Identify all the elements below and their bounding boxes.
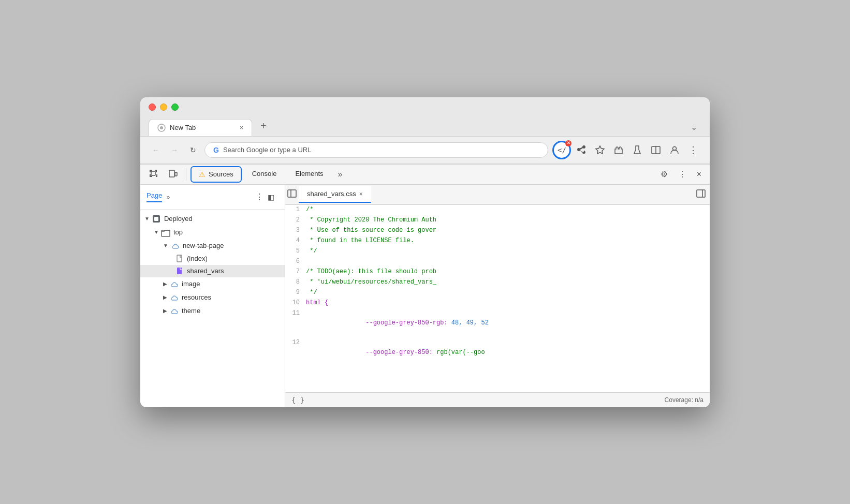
line-content-1: /* — [306, 205, 710, 215]
file-tree-header: Page » ⋮ ◧ — [140, 185, 285, 210]
svg-rect-7 — [169, 170, 174, 177]
editor-tab-shared-vars[interactable]: shared_vars.css × — [299, 186, 371, 203]
maximize-button[interactable] — [171, 103, 179, 111]
value-12: rgb(var(--goo — [436, 349, 485, 356]
error-badge: ✕ — [565, 140, 571, 146]
property-11: --google-grey-850-rgb: — [358, 319, 451, 327]
collapse-editor-icon[interactable] — [692, 185, 710, 204]
minimize-button[interactable] — [160, 103, 167, 111]
line-content-2: * Copyright 2020 The Chromium Auth — [306, 215, 710, 226]
warning-icon: ⚠ — [199, 170, 206, 179]
devtools-body: Page » ⋮ ◧ ▼ Deployed — [140, 185, 710, 407]
tree-arrow-resources: ▶ — [163, 294, 167, 300]
back-button[interactable]: ← — [149, 143, 163, 157]
svg-rect-12 — [177, 255, 182, 262]
line-num-10: 10 — [285, 298, 306, 308]
index-label: (index) — [187, 255, 208, 262]
tree-item-deployed[interactable]: ▼ Deployed — [140, 212, 285, 226]
chrome-icon — [157, 124, 166, 132]
tree-item-new-tab-page[interactable]: ▼ new-tab-page — [140, 239, 285, 253]
file-tree-more[interactable]: ⋮ — [255, 192, 263, 202]
refresh-button[interactable]: ↻ — [186, 143, 200, 157]
svg-text:</>: </> — [558, 146, 566, 154]
device-icon[interactable] — [164, 165, 182, 184]
address-text: Search Google or type a URL — [223, 146, 312, 154]
code-slash-icon: </> — [557, 145, 566, 155]
value-11: 48, 49, 52 — [451, 319, 489, 327]
svg-rect-8 — [175, 172, 177, 176]
sources-tab[interactable]: ⚠ Sources — [190, 166, 242, 183]
line-num-8: 8 — [285, 277, 306, 288]
split-view-button[interactable] — [648, 142, 664, 158]
share-button[interactable] — [573, 142, 590, 158]
svg-rect-14 — [288, 190, 296, 197]
more-options-icon[interactable]: ⋮ — [674, 165, 691, 183]
code-line-3: 3 * Use of this source code is gover — [285, 226, 710, 236]
line-content-5: */ — [306, 246, 710, 257]
forward-button[interactable]: → — [167, 143, 182, 157]
code-line-4: 4 * found in the LICENSE file. — [285, 236, 710, 246]
line-num-6: 6 — [285, 257, 306, 267]
line-num-1: 1 — [285, 205, 306, 215]
line-num-2: 2 — [285, 215, 306, 226]
page-tab[interactable]: Page — [146, 191, 162, 202]
browser-tab-new-tab[interactable]: New Tab × — [149, 119, 252, 136]
tree-item-resources[interactable]: ▶ resources — [140, 291, 285, 304]
devtools-toggle-button[interactable]: </> ✕ — [552, 141, 571, 159]
tree-item-shared-vars[interactable]: shared_vars — [140, 265, 285, 277]
editor-tab-close[interactable]: × — [359, 190, 363, 198]
code-editor-panel: shared_vars.css × 1 /* 2 * Copyright 202… — [285, 185, 710, 407]
line-content-8: * 'ui/webui/resources/shared_vars_ — [306, 277, 710, 288]
svg-rect-16 — [697, 190, 705, 197]
labs-button[interactable] — [629, 142, 646, 158]
toolbar-icons: </> ✕ ⋮ — [552, 141, 701, 159]
settings-icon[interactable]: ⚙ — [656, 165, 672, 183]
editor-sidebar-toggle[interactable] — [285, 187, 299, 202]
svg-rect-13 — [177, 268, 182, 274]
code-line-5: 5 */ — [285, 246, 710, 257]
tree-item-image[interactable]: ▶ image — [140, 277, 285, 291]
svg-rect-10 — [154, 217, 158, 221]
cloud-folder-icon — [170, 241, 180, 250]
more-devtools-tabs[interactable]: » — [334, 166, 347, 183]
cloud-folder-image-icon — [169, 279, 179, 289]
inspector-icon[interactable] — [144, 165, 162, 184]
close-button[interactable] — [149, 103, 156, 111]
tab-title: New Tab — [170, 124, 196, 131]
coverage-label: Coverage: n/a — [665, 396, 704, 404]
profile-button[interactable] — [666, 142, 683, 158]
code-line-8: 8 * 'ui/webui/resources/shared_vars_ — [285, 277, 710, 288]
line-num-5: 5 — [285, 246, 306, 257]
code-line-6: 6 — [285, 257, 710, 267]
elements-tab[interactable]: Elements — [287, 165, 331, 184]
more-tabs-button[interactable]: ⌄ — [686, 118, 701, 136]
line-content-9: */ — [306, 288, 710, 298]
line-content-12: --google-grey-850: rgb(var(--goo — [306, 338, 710, 368]
code-editor-content: 1 /* 2 * Copyright 2020 The Chromium Aut… — [285, 205, 710, 392]
deployed-label: Deployed — [164, 215, 193, 223]
editor-footer: { } Coverage: n/a — [285, 392, 710, 407]
file-tree-chevron[interactable]: » — [166, 194, 170, 201]
bookmark-button[interactable] — [592, 142, 608, 158]
close-devtools-button[interactable]: × — [693, 166, 706, 183]
tree-item-top[interactable]: ▼ top — [140, 226, 285, 239]
line-content-10: html { — [306, 298, 710, 308]
tree-item-theme[interactable]: ▶ theme — [140, 304, 285, 318]
title-bar: New Tab × + ⌄ — [140, 97, 710, 137]
console-tab[interactable]: Console — [244, 165, 285, 184]
line-num-7: 7 — [285, 267, 306, 277]
extensions-button[interactable] — [610, 142, 627, 158]
editor-tab-filename: shared_vars.css — [307, 190, 356, 198]
new-tab-button[interactable]: + — [254, 116, 273, 136]
traffic-lights — [149, 103, 701, 111]
tree-item-index[interactable]: (index) — [140, 253, 285, 265]
format-button[interactable]: { } — [291, 396, 304, 404]
line-content-6 — [306, 257, 710, 267]
address-input[interactable]: G Search Google or type a URL — [204, 142, 548, 158]
folder-icon — [161, 228, 170, 237]
devtools-tab-bar: ⚠ Sources Console Elements » ⚙ ⋮ × — [140, 165, 710, 185]
collapse-tree-icon[interactable]: ◧ — [263, 189, 279, 205]
elements-tab-label: Elements — [295, 170, 323, 177]
tab-close-button[interactable]: × — [240, 124, 243, 131]
chrome-menu-button[interactable]: ⋮ — [685, 142, 701, 158]
